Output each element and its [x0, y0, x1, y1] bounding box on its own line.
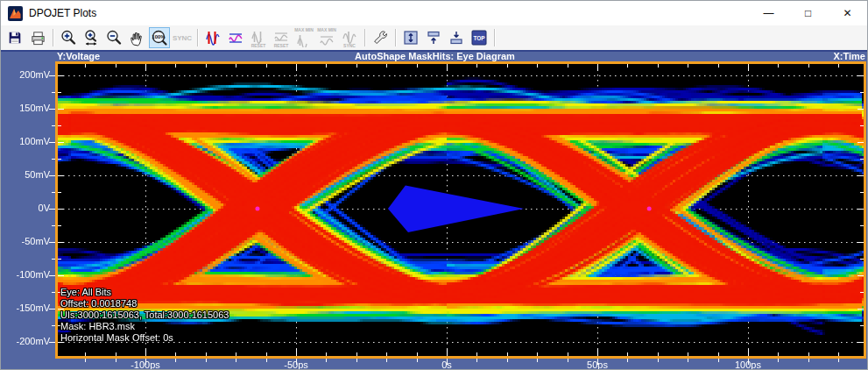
align-bottom-button[interactable] [446, 27, 467, 48]
y-axis-label: 100mV [1, 136, 50, 146]
x-axis-label: -100ps [117, 359, 173, 370]
reset-vertical-cursors-button-disabled[interactable]: RESET [248, 27, 269, 48]
close-button[interactable]: ✕ [828, 1, 867, 25]
max-min-label: MAX MIN [315, 28, 338, 32]
x-axis-label: 100ps [720, 359, 776, 370]
y-axis-label: 0V [1, 203, 50, 213]
y-axis-label: -50mV [1, 236, 50, 246]
horizontal-cursors-icon [227, 29, 244, 46]
y-axis-name: Y:Voltage [57, 51, 100, 61]
y-axis-label: -150mV [1, 302, 50, 313]
zoom-out-icon [105, 29, 123, 46]
sync-disabled-label: SYNC [173, 34, 192, 42]
maximize-button[interactable]: □ [788, 1, 828, 25]
zoom-100-icon: 100% [151, 29, 168, 46]
sync-cursors-button-disabled[interactable]: SYNC [339, 27, 360, 48]
zoom-100-label: 100% [152, 34, 166, 39]
plot-title: AutoShape MaskHits: Eye Diagram [1, 51, 868, 61]
vertical-cursors-button[interactable] [202, 27, 223, 48]
annotation-eye-source: Eye: All Bits [60, 287, 229, 298]
max-min-label: MAX MIN [293, 28, 315, 32]
toolbar-separator [53, 29, 53, 46]
zoom-out-button[interactable] [103, 27, 124, 48]
toolbar-separator [395, 29, 396, 46]
align-top-icon [425, 29, 442, 46]
eye-annotation: Eye: All Bits Offset: 0.0018748 UIs:3000… [60, 287, 229, 344]
fit-vertical-icon [402, 29, 420, 46]
window-title: DPOJET Plots [29, 7, 96, 19]
toolbar-separator [197, 29, 198, 46]
sync-cursors-label: SYNC [338, 44, 361, 48]
plot-panel: AutoShape MaskHits: Eye Diagram Y:Voltag… [1, 50, 868, 370]
align-bottom-icon [448, 29, 465, 46]
pan-hand-icon [128, 29, 145, 46]
print-icon [30, 30, 46, 46]
reset-label: RESET [247, 44, 270, 48]
print-button[interactable] [27, 27, 48, 48]
pan-button[interactable] [126, 27, 147, 48]
toolbar-separator [364, 29, 365, 46]
minimize-button[interactable]: — [749, 1, 788, 25]
max-min-horizontal-button-disabled[interactable]: MAX MIN [316, 27, 337, 48]
dpojet-plots-window: DPOJET Plots — □ ✕ [0, 0, 868, 370]
top-label: TOP [473, 35, 485, 41]
sync-button-disabled[interactable]: SYNC [172, 27, 193, 48]
app-icon [8, 6, 23, 21]
max-min-vertical-icon [295, 34, 313, 47]
y-axis-label: 50mV [1, 169, 50, 180]
x-axis-label: -50ps [268, 359, 324, 370]
reset-horizontal-cursors-button-disabled[interactable]: RESET [271, 27, 292, 48]
annotation-uis-total: UIs:3000:1615063, Total:3000:1615063 [60, 310, 229, 321]
title-bar: DPOJET Plots — □ ✕ [1, 1, 867, 25]
wrench-icon [371, 29, 389, 46]
always-on-top-icon: TOP [470, 29, 488, 46]
annotation-offset: Offset: 0.0018748 [60, 298, 229, 310]
y-axis-label: 200mV [1, 69, 50, 80]
y-axis-label: -100mV [1, 269, 50, 280]
annotation-horizontal-mask-offset: Horizontal Mask Offset: 0s [60, 332, 229, 344]
window-controls: — □ ✕ [749, 1, 867, 25]
horizontal-cursors-button[interactable] [225, 27, 246, 48]
x-axis-label: 0s [419, 359, 475, 370]
zoom-horizontal-icon [82, 29, 100, 46]
fit-vertical-button[interactable] [400, 27, 421, 48]
vertical-cursors-icon [204, 29, 222, 46]
settings-button[interactable] [370, 27, 391, 48]
toolbar-separator [494, 29, 495, 46]
zoom-in-button[interactable] [58, 27, 79, 48]
y-axis-label: 150mV [1, 103, 50, 113]
annotation-mask-file: Mask: HBR3.msk [60, 321, 229, 332]
zoom-100-button[interactable]: 100% [149, 27, 170, 48]
save-button[interactable] [4, 27, 25, 48]
x-axis-name: X:Time [834, 51, 865, 61]
plot-header: AutoShape MaskHits: Eye Diagram Y:Voltag… [1, 51, 868, 62]
max-min-horizontal-icon [318, 34, 335, 47]
toolbar: 100% SYNC [1, 25, 867, 50]
reset-label: RESET [270, 44, 293, 48]
always-on-top-button[interactable]: TOP [469, 27, 490, 48]
x-axis-label: 50ps [569, 359, 625, 370]
zoom-in-icon [60, 29, 77, 46]
save-icon [7, 30, 23, 46]
zoom-horizontal-button[interactable] [81, 27, 102, 48]
y-axis-label: -200mV [1, 336, 50, 346]
max-min-vertical-button-disabled[interactable]: MAX MIN [293, 27, 314, 48]
align-top-button[interactable] [423, 27, 444, 48]
